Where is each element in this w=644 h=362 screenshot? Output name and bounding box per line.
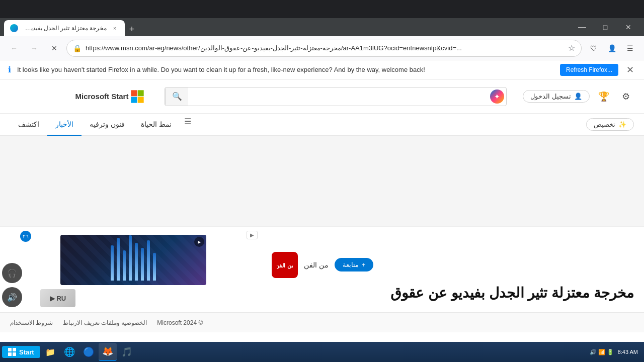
address-bar[interactable]: 🔒 ☆ — [66, 40, 582, 57]
new-tab-button[interactable]: + — [125, 22, 139, 36]
system-icons: 🔊 📶 🔋 — [590, 349, 614, 355]
forward-button[interactable]: → — [26, 40, 42, 56]
follow-label: متابعة — [343, 261, 359, 268]
article-section: ▶ ▶ + متابعة من الفن — [0, 226, 644, 312]
account-button[interactable]: 👤 — [604, 40, 620, 56]
msn-search-bar[interactable]: ✦ 🔍 — [165, 87, 507, 106]
nav-link-arts[interactable]: فنون وترفيه — [82, 114, 133, 136]
notification-badge: ٢٦ — [20, 231, 31, 242]
channel-name: من الفن — [304, 261, 329, 269]
main-content-area — [0, 136, 644, 226]
msn-header: ⚙ 🏆 👤 تسجيل الدخول ✦ 🔍 Microsoft Start — [0, 79, 644, 114]
menu-button[interactable]: ☰ — [622, 40, 638, 56]
notification-bar: ℹ It looks like you haven't started Fire… — [0, 60, 644, 79]
svg-rect-0 — [131, 90, 137, 96]
browser-tab[interactable]: مخرجة معتزلة تثير الجدل بفيديو عـ... × — [4, 20, 125, 36]
video-play-button[interactable]: ▶ — [194, 237, 204, 247]
taskbar-media[interactable]: 🎵 — [118, 343, 136, 361]
windows-icon — [8, 348, 16, 356]
media-player-icon: 🎵 — [121, 346, 132, 357]
nav-link-news[interactable]: الأخبار — [47, 114, 82, 136]
navigation-bar: ← → ✕ 🔒 ☆ 🛡 👤 ☰ — [0, 36, 644, 60]
ru-logo: ▶ RU — [40, 289, 75, 307]
channel-logo-svg: من الفن — [277, 257, 293, 273]
svg-text:من الفن: من الفن — [277, 262, 293, 269]
msn-search-button[interactable]: 🔍 — [165, 87, 188, 106]
notification-text: It looks like you haven't started Firefo… — [17, 66, 554, 73]
footer-bar: © Microsoft 2024 الخصوصية وملفات تعريف ا… — [0, 312, 644, 332]
start-label: Start — [19, 348, 34, 356]
search-icon: 🔍 — [172, 92, 182, 101]
refresh-firefox-button[interactable]: Refresh Firefox... — [560, 64, 618, 76]
stop-reload-button[interactable]: ✕ — [46, 40, 62, 56]
article-title: مخرجة معتزلة تثير الجدل بفيديو عن عقوق — [272, 284, 634, 302]
tab-strip: مخرجة معتزلة تثير الجدل بفيديو عـ... × +… — [0, 18, 644, 36]
ad-label: ▶ — [247, 231, 258, 239]
audio-control-wrapper: 🎧 — [2, 263, 22, 283]
article-info: + متابعة من الفن من الفن مخرجة معتزلة تث… — [262, 242, 644, 312]
tab-close-button[interactable]: × — [111, 24, 119, 32]
maximize-button[interactable]: □ — [594, 18, 617, 36]
bookmark-icon[interactable]: ☆ — [568, 43, 575, 53]
headphone-button[interactable]: 🎧 — [2, 263, 22, 283]
svg-rect-2 — [131, 97, 137, 103]
ad-image: ▶ — [60, 235, 206, 285]
taskbar-edge[interactable]: 🌐 — [60, 343, 78, 361]
volume-button[interactable]: 🔊 — [2, 287, 22, 307]
microsoft-start-label: Microsoft Start — [75, 92, 129, 101]
chrome-icon: 🔵 — [83, 346, 94, 357]
notification-info-icon: ℹ — [8, 65, 11, 74]
taskbar-system-tray: 🔊 📶 🔋 8:43 AM — [590, 349, 642, 355]
nav-link-lifestyle[interactable]: نمط الحياة — [133, 114, 180, 136]
taskbar-chrome[interactable]: 🔵 — [79, 343, 98, 361]
extensions-button[interactable]: 🛡 — [586, 40, 602, 56]
customize-label: تخصيص — [594, 121, 615, 128]
copilot-icon: ✦ — [490, 89, 504, 104]
gear-icon: ⚙ — [622, 91, 630, 102]
svg-rect-6 — [8, 348, 12, 351]
url-input[interactable] — [86, 44, 564, 52]
copyright-text: © Microsoft 2024 — [157, 319, 203, 326]
nav-menu-button[interactable]: ☰ — [180, 114, 196, 130]
microsoft-icon — [130, 89, 144, 104]
channel-logo: من الفن — [272, 252, 298, 278]
sparkle-icon: ✨ — [618, 121, 626, 128]
svg-rect-8 — [8, 352, 12, 356]
msn-nav-links: ☰ نمط الحياة فنون وترفيه الأخبار اكتشف — [10, 114, 196, 136]
taskbar: Start 📁 🌐 🔵 🦊 🎵 🔊 📶 🔋 8:43 AM — [0, 342, 644, 362]
back-button[interactable]: ← — [6, 40, 22, 56]
title-bar — [0, 0, 644, 18]
login-label: تسجيل الدخول — [530, 93, 571, 100]
clock: 8:43 AM — [618, 349, 638, 355]
security-icon: 🔒 — [73, 44, 82, 52]
msn-nav: ✨ تخصيص ☰ نمط الحياة فنون وترفيه الأخبار… — [0, 114, 644, 136]
article-channel: + متابعة من الفن من الفن — [272, 252, 634, 278]
ad-overlay — [60, 235, 206, 285]
tab-favicon — [10, 24, 18, 32]
header-actions: ⚙ 🏆 👤 تسجيل الدخول — [523, 88, 634, 105]
rewards-button[interactable]: 🏆 — [596, 88, 612, 105]
mute-control-wrapper: 🔊 — [2, 287, 22, 307]
customize-button[interactable]: ✨ تخصيص — [586, 118, 634, 131]
close-button[interactable]: ✕ — [617, 18, 640, 36]
follow-button[interactable]: + متابعة — [335, 258, 374, 272]
user-icon: 👤 — [574, 93, 582, 100]
msn-search-input[interactable] — [188, 87, 488, 106]
terms-link[interactable]: شروط الاستخدام — [10, 319, 53, 326]
svg-rect-7 — [13, 348, 16, 351]
trophy-icon: 🏆 — [598, 91, 609, 102]
msn-logo: Microsoft Start — [75, 89, 145, 104]
file-explorer-icon: 📁 — [45, 347, 55, 357]
advertisement-area: ▶ ▶ — [0, 227, 262, 312]
login-button[interactable]: 👤 تسجيل الدخول — [523, 90, 590, 103]
floating-controls: 🎧 🔊 — [0, 263, 22, 307]
taskbar-firefox[interactable]: 🦊 — [99, 343, 117, 361]
start-button[interactable]: Start — [2, 346, 40, 358]
settings-button[interactable]: ⚙ — [618, 88, 634, 105]
taskbar-file-explorer[interactable]: 📁 — [41, 343, 59, 361]
privacy-link[interactable]: الخصوصية وملفات تعريف الارتباط — [63, 319, 147, 326]
nav-link-discover[interactable]: اكتشف — [10, 114, 47, 136]
minimize-button[interactable]: — — [571, 18, 594, 36]
svg-rect-1 — [138, 90, 144, 96]
notification-close-button[interactable]: ✕ — [624, 64, 636, 75]
